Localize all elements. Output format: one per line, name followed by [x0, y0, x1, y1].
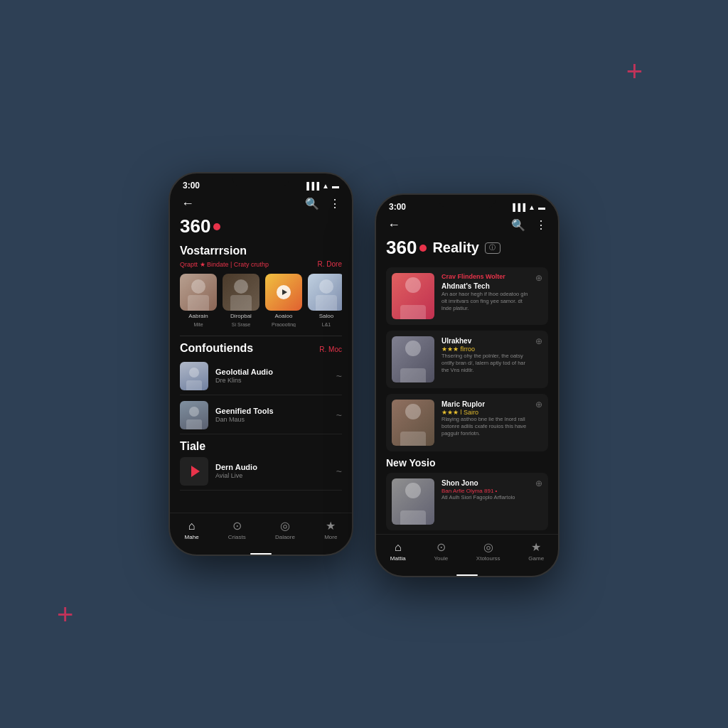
thumb-item-0[interactable]: Aabrain Mite — [180, 274, 217, 327]
thumb-item-2[interactable]: Aoaioo Praoooting — [265, 274, 302, 327]
section1-link[interactable]: R. Dore — [318, 260, 342, 268]
thumb-sublabel-0: Mite — [180, 322, 217, 327]
bottom-nav-more-1[interactable]: ★ More — [324, 519, 337, 540]
phones-container: 3:00 ▐▐▐ ▲ ▬ ← 🔍 ⋮ 360 Vostarrrsion — [168, 151, 560, 577]
info-badge[interactable]: ⓘ — [485, 242, 500, 254]
section2-link[interactable]: R. Moc — [319, 346, 342, 353]
card-1[interactable]: Ulrakhev ★★★ flrroo Thsering ohy the pol… — [386, 331, 548, 388]
logo-with-badge: 360 Reality ⓘ — [386, 237, 548, 259]
card-title-2: Maric Ruplor — [441, 400, 528, 409]
card-subtitle-0: Crav Flindens Wolter — [441, 273, 528, 280]
new-card-title: Shon Jono — [441, 478, 528, 488]
logo-text-2: 360 — [386, 237, 417, 259]
bottom-nav-discover-2[interactable]: ◎ Xtotourss — [476, 540, 500, 562]
card-thumb-2 — [392, 400, 434, 446]
thumb-sublabel-1: Si Srase — [223, 322, 259, 327]
figure-body-3 — [316, 295, 337, 311]
list-name-1: Geenified Tools — [215, 407, 329, 415]
list-name-0: Geolotial Audio — [215, 368, 329, 376]
discover-icon-2: ◎ — [483, 540, 493, 554]
nav-bar-1: ← 🔍 ⋮ — [170, 193, 352, 215]
list-sub-0: Dre Klins — [215, 377, 329, 384]
more-icon-2[interactable]: ⋮ — [535, 218, 547, 232]
thumb-label-3: Saloo — [308, 313, 342, 320]
save-icon-1[interactable]: ⊕ — [535, 336, 542, 346]
save-icon-0[interactable]: ⊕ — [535, 273, 542, 283]
new-card[interactable]: Shon Jono Ban Arfie Olyma 891 • Atl Aulh… — [386, 473, 548, 530]
play-overlay — [277, 285, 291, 299]
thumb-item-1[interactable]: Diropbal Si Srase — [223, 274, 259, 327]
card-title-1: Ulrakhev — [441, 336, 528, 346]
bottom-nav-home-2[interactable]: ⌂ Mattia — [390, 541, 406, 562]
discover-label-1: Dalaore — [275, 534, 295, 540]
search-nav-label-2: Youle — [434, 555, 448, 562]
status-time-2: 3:00 — [389, 202, 406, 212]
reality-text: Reality — [432, 240, 479, 256]
list-item-1[interactable]: Geenified Tools Dan Maus ~ — [180, 401, 342, 434]
home-icon-2: ⌂ — [395, 541, 402, 554]
status-icons-1: ▐▐▐ ▲ ▬ — [304, 182, 339, 190]
home-indicator-1 — [250, 553, 272, 555]
thumb-item-3[interactable]: Saloo L&1 — [308, 274, 342, 327]
section2-title: Confoutiends — [180, 342, 253, 355]
bottom-nav-game-2[interactable]: ★ Game — [528, 540, 544, 562]
search-icon-1[interactable]: 🔍 — [305, 197, 319, 210]
thumb-label-1: Diropbal — [223, 313, 259, 320]
back-button-2[interactable]: ← — [387, 218, 400, 232]
card-thumb-1 — [392, 336, 434, 382]
back-button-1[interactable]: ← — [181, 196, 194, 211]
new-card-subtitle: Ban Arfie Olyma 891 • — [441, 488, 528, 494]
thumb-sublabel-2: Praoooting — [265, 322, 302, 327]
divider-1 — [180, 336, 342, 336]
figure-head-0 — [191, 279, 205, 294]
info-icon: ⓘ — [489, 243, 496, 252]
chevron-icon-0: ~ — [336, 370, 342, 382]
app-logo-2: 360 — [386, 237, 427, 259]
logo-dot-1 — [213, 223, 220, 230]
list-avatar-1 — [180, 401, 208, 429]
card-info-0: Crav Flindens Wolter Ahdnat's Tech An ao… — [441, 273, 528, 319]
screen-content-1: 360 Vostarrrsion Qraptt ★ Bindate | Crat… — [170, 215, 352, 513]
card-0[interactable]: Crav Flindens Wolter Ahdnat's Tech An ao… — [386, 267, 548, 325]
search-nav-label-1: Criasts — [228, 534, 246, 540]
game-label-2: Game — [528, 555, 544, 562]
status-time-1: 3:00 — [183, 181, 200, 191]
section1-title-1: Vostarrrsion — [180, 245, 342, 257]
card-desc-1: Thsering ohy the polnler, the oatsy ontl… — [441, 353, 528, 373]
figure-body-1 — [230, 295, 252, 311]
stars-1: ★★★ flrroo — [441, 346, 528, 353]
bottom-nav-2: ⌂ Mattia ⊙ Youle ◎ Xtotourss ★ Game — [376, 534, 558, 570]
search-nav-icon-1: ⊙ — [232, 519, 242, 532]
chevron-icon-tiale: ~ — [336, 466, 342, 477]
app-logo-1: 360 — [180, 215, 342, 237]
nav-actions-1: 🔍 ⋮ — [305, 197, 341, 210]
signal-icon-2: ▐▐▐ — [510, 203, 525, 211]
tiale-item[interactable]: Dern Audio Avial Live ~ — [180, 457, 342, 491]
search-icon-2[interactable]: 🔍 — [511, 218, 525, 232]
phone-2: 3:00 ▐▐▐ ▲ ▬ ← 🔍 ⋮ 360 Reality — [375, 193, 560, 577]
screen-content-2: 360 Reality ⓘ Crav Flindens Wolter — [376, 237, 558, 534]
thumb-img-3 — [308, 274, 342, 311]
wifi-icon: ▲ — [322, 182, 329, 190]
thumb-img-0 — [180, 274, 217, 311]
phone-notch-2 — [439, 195, 496, 208]
thumb-label-2: Aoaioo — [265, 313, 302, 320]
bottom-nav-search-1[interactable]: ⊙ Criasts — [228, 519, 246, 540]
wifi-icon-2: ▲ — [528, 203, 535, 211]
save-icon-2[interactable]: ⊕ — [535, 400, 542, 410]
bottom-nav-home-1[interactable]: ⌂ Mahe — [185, 520, 199, 540]
bottom-nav-discover-1[interactable]: ◎ Dalaore — [275, 519, 295, 540]
list-item-0[interactable]: Geolotial Audio Dre Klins ~ — [180, 362, 342, 395]
logo-text-1: 360 — [180, 215, 210, 237]
figure-head-1 — [234, 279, 248, 294]
thumb-img-2 — [265, 274, 302, 311]
list-info-0: Geolotial Audio Dre Klins — [215, 368, 329, 384]
card-info-2: Maric Ruplor ★★★ l Sairo Rlaying asthoo … — [441, 400, 528, 446]
battery-icon-2: ▬ — [538, 203, 545, 211]
signal-icon: ▐▐▐ — [304, 182, 319, 190]
save-icon-new[interactable]: ⊕ — [535, 478, 542, 488]
card-2[interactable]: Maric Ruplor ★★★ l Sairo Rlaying asthoo … — [386, 394, 548, 451]
status-icons-2: ▐▐▐ ▲ ▬ — [510, 203, 545, 211]
more-icon-1[interactable]: ⋮ — [329, 197, 341, 210]
bottom-nav-search-2[interactable]: ⊙ Youle — [434, 540, 448, 562]
